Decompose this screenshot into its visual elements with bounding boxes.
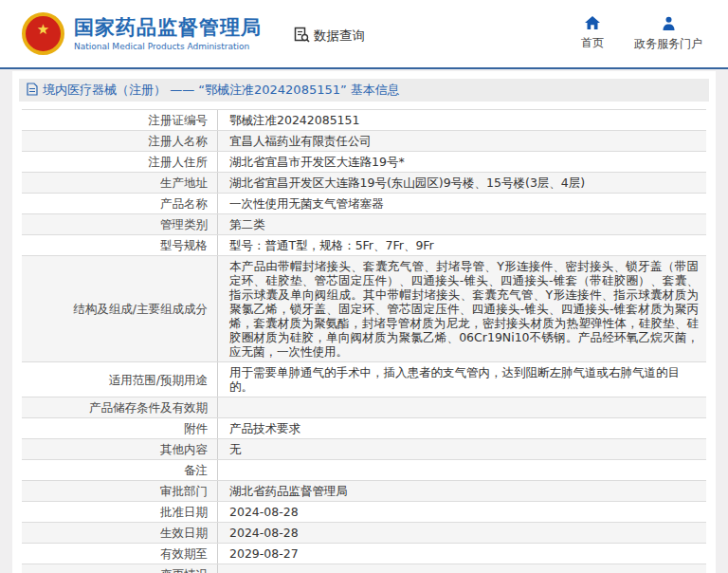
table-row: 备注 <box>22 459 706 480</box>
row-label: 注册人名称 <box>22 131 218 151</box>
row-value: 无 <box>218 439 706 459</box>
row-value: 本产品由带帽封堵接头、套囊充气管、封堵导管、Y形连接件、密封接头、锁牙盖（带固定… <box>218 256 706 361</box>
row-value: 产品技术要求 <box>218 418 706 438</box>
nav-portal[interactable]: 政务服务门户 <box>634 16 702 52</box>
row-label: 批准日期 <box>22 502 218 522</box>
table-row: 变更情况 <box>22 564 706 573</box>
row-value: 湖北省药品监督管理局 <box>218 481 706 501</box>
data-query-button[interactable]: 数据查询 <box>294 27 365 46</box>
row-label: 产品名称 <box>22 194 218 213</box>
home-icon <box>585 16 600 32</box>
row-value: 2024-08-28 <box>218 502 706 522</box>
row-value: 第二类 <box>218 214 706 234</box>
row-label: 结构及组成/主要组成成分 <box>22 256 218 361</box>
row-value: 湖北省宜昌开发区大连路19号(东山园区)9号楼、15号楼(3层、4层) <box>218 173 706 193</box>
row-value <box>218 460 706 480</box>
row-label: 注册人住所 <box>22 152 218 172</box>
row-label: 有效期至 <box>22 544 218 564</box>
row-value: 宜昌人福药业有限责任公司 <box>218 131 706 151</box>
table-row: 审批部门湖北省药品监督管理局 <box>22 480 706 501</box>
table-row: 注册证编号鄂械注准20242085151 <box>22 109 706 130</box>
row-label: 型号规格 <box>22 235 218 255</box>
row-label: 审批部门 <box>22 481 218 501</box>
table-row: 批准日期2024-08-28 <box>22 501 706 522</box>
site-subtitle: National Medical Products Administration <box>74 42 262 51</box>
data-query-label: 数据查询 <box>314 28 365 45</box>
table-row: 生产地址湖北省宜昌开发区大连路19号(东山园区)9号楼、15号楼(3层、4层) <box>22 172 706 193</box>
table-row: 注册人名称宜昌人福药业有限责任公司 <box>22 130 706 151</box>
row-label: 管理类别 <box>22 214 218 234</box>
table-row: 结构及组成/主要组成成分本产品由带帽封堵接头、套囊充气管、封堵导管、Y形连接件、… <box>22 255 706 361</box>
row-value: 用于需要单肺通气的手术中，插入患者的支气管内，达到阻断左肺气道或右肺气道的目的。 <box>218 362 706 397</box>
table-row: 管理类别第二类 <box>22 213 706 234</box>
table-row: 型号规格型号：普通T型，规格：5Fr、7Fr、9Fr <box>22 234 706 255</box>
row-value: 2029-08-27 <box>218 544 706 564</box>
header-nav: 首页 政务服务门户 <box>581 16 702 52</box>
content-panel: 境内医疗器械（注册） —— “鄂械注准20242085151” 基本信息 注册证… <box>12 71 716 573</box>
nmpa-logo: ★ 国家药品监督管理局 National Medical Products Ad… <box>22 12 262 55</box>
row-label: 备注 <box>22 460 218 480</box>
nav-portal-label: 政务服务门户 <box>634 36 702 52</box>
table-row: 注册人住所湖北省宜昌市开发区大连路19号* <box>22 151 706 172</box>
table-row: 生效日期2024-08-28 <box>22 522 706 543</box>
nav-home[interactable]: 首页 <box>581 16 604 52</box>
nav-home-label: 首页 <box>581 35 604 51</box>
row-value: 湖北省宜昌市开发区大连路19号* <box>218 152 706 172</box>
row-label: 适用范围/预期用途 <box>22 362 218 397</box>
row-label: 变更情况 <box>22 564 218 573</box>
row-label: 注册证编号 <box>22 110 218 130</box>
row-label: 生产地址 <box>22 173 218 193</box>
row-label: 生效日期 <box>22 523 218 543</box>
document-icon <box>27 83 38 99</box>
document-search-icon <box>294 27 310 46</box>
row-label: 其他内容 <box>22 439 218 459</box>
row-value <box>218 397 706 417</box>
table-row: 产品储存条件及有效期 <box>22 397 706 417</box>
row-value: 鄂械注准20242085151 <box>218 110 706 130</box>
row-value: 一次性使用无菌支气管堵塞器 <box>218 194 706 213</box>
row-value: 2024-08-28 <box>218 523 706 543</box>
row-value: 型号：普通T型，规格：5Fr、7Fr、9Fr <box>218 235 706 255</box>
breadcrumb-text: 境内医疗器械（注册） —— “鄂械注准20242085151” 基本信息 <box>43 82 400 99</box>
table-row: 其他内容无 <box>22 438 706 459</box>
table-row: 产品名称一次性使用无菌支气管堵塞器 <box>22 193 706 213</box>
site-title-block: 国家药品监督管理局 National Medical Products Admi… <box>74 16 262 50</box>
info-table: 注册证编号鄂械注准20242085151注册人名称宜昌人福药业有限责任公司注册人… <box>22 109 706 573</box>
breadcrumb: 境内医疗器械（注册） —— “鄂械注准20242085151” 基本信息 <box>19 79 709 102</box>
row-label: 产品储存条件及有效期 <box>22 397 218 417</box>
site-title: 国家药品监督管理局 <box>74 16 262 39</box>
table-row: 有效期至2029-08-27 <box>22 543 706 564</box>
table-row: 适用范围/预期用途用于需要单肺通气的手术中，插入患者的支气管内，达到阻断左肺气道… <box>22 361 706 397</box>
row-label: 附件 <box>22 418 218 438</box>
national-emblem-icon: ★ <box>22 12 64 55</box>
table-row: 附件产品技术要求 <box>22 417 706 438</box>
star-icon: ★ <box>37 23 49 37</box>
user-icon <box>662 16 676 33</box>
site-header: ★ 国家药品监督管理局 National Medical Products Ad… <box>0 0 728 69</box>
row-value <box>218 564 706 573</box>
